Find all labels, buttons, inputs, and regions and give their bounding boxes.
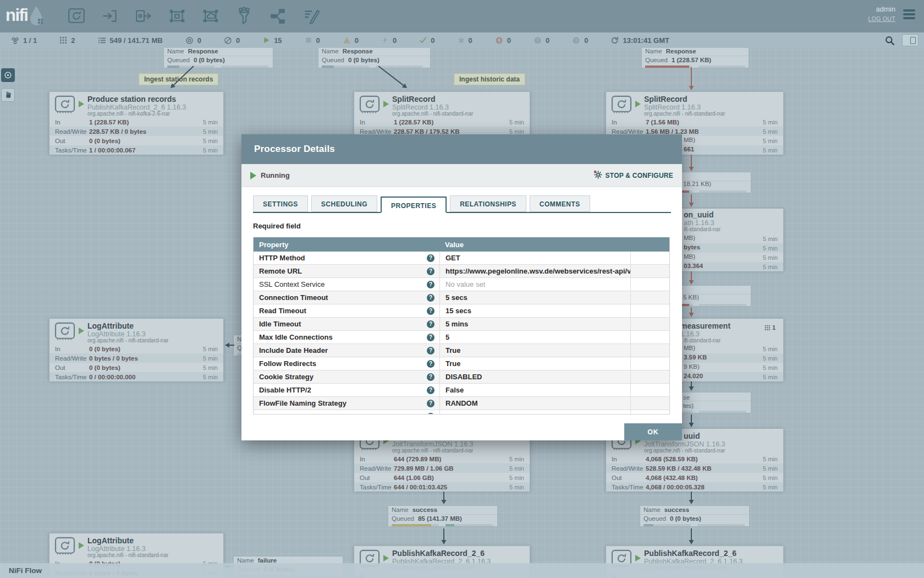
property-name: Include Date Header — [259, 346, 328, 355]
input-port-icon[interactable] — [100, 5, 120, 27]
processor-stat-row: In644 (729.89 MB)5 min — [354, 454, 530, 464]
property-value[interactable]: 15 secs — [446, 307, 471, 315]
ok-button[interactable]: OK — [624, 423, 682, 440]
property-name: HTTP Method — [259, 254, 305, 262]
property-value[interactable]: RANDOM — [446, 399, 478, 407]
output-port-icon[interactable] — [133, 5, 154, 27]
process-group-icon[interactable] — [167, 5, 188, 27]
property-value[interactable]: False — [446, 386, 464, 394]
processor-bundle: org.apache.nifi - nifi-kafka-2-6-nar — [87, 111, 170, 117]
property-value[interactable]: 5 secs — [446, 293, 468, 302]
processor-text-fragment: 661 — [684, 146, 694, 152]
property-value[interactable]: 5 — [446, 333, 449, 341]
help-icon[interactable]: ? — [427, 373, 435, 381]
hand-button[interactable] — [1, 88, 15, 102]
help-icon[interactable]: ? — [427, 281, 435, 288]
property-column-header: Property — [254, 237, 439, 252]
property-row[interactable]: Follow Redirects?True — [254, 357, 669, 370]
property-row[interactable]: Attributes to Send?No value set — [254, 410, 669, 415]
help-icon[interactable]: ? — [427, 360, 435, 368]
gear-icon — [594, 171, 602, 181]
breadcrumb[interactable]: NiFi Flow — [9, 566, 42, 575]
connection-label[interactable]: NamesuccessQueued85 (141.37 MB) — [388, 505, 498, 527]
processor-stat-row: Tasks/Time1 / 00:00:00.0675 min — [50, 145, 223, 155]
processor[interactable]: Produce station recordsPublishKafkaRecor… — [49, 91, 224, 154]
not-transmitting-icon — [224, 36, 232, 45]
help-icon[interactable]: ? — [427, 413, 435, 415]
refresh-icon[interactable] — [610, 36, 619, 45]
help-icon[interactable]: ? — [427, 294, 435, 302]
label-icon[interactable] — [301, 5, 322, 27]
processor-bundle: org.apache.nifi - nifi-standard-nar — [392, 448, 473, 454]
property-row[interactable]: Include Date Header?True — [254, 344, 669, 357]
processor-stat-row: Read/Write528.59 KB / 432.48 KB5 min — [606, 464, 783, 473]
search-icon[interactable] — [885, 36, 894, 45]
processor-type: LogAttribute 1.16.3 — [87, 330, 146, 338]
template-icon[interactable] — [267, 5, 288, 27]
tab-scheduling[interactable]: SCHEDULING — [311, 195, 377, 212]
property-row[interactable]: HTTP Method?GET — [254, 252, 669, 265]
property-row[interactable]: Max Idle Connections?5 — [254, 331, 669, 344]
processor-name: Produce station records — [87, 95, 176, 103]
cluster-icon — [11, 36, 19, 45]
processor-bundle: org.apache.nifi - nifi-standard-nar — [87, 337, 168, 343]
help-icon[interactable]: ? — [427, 386, 435, 394]
help-icon[interactable]: ? — [427, 268, 435, 275]
help-icon[interactable]: ? — [427, 334, 435, 341]
processor[interactable]: LogAttributeLogAttribute 1.16.3org.apach… — [49, 318, 224, 381]
running-icon — [79, 542, 84, 549]
property-row[interactable]: Cookie Strategy?DISABLED — [254, 370, 669, 384]
processor-icon — [359, 95, 381, 116]
help-icon[interactable]: ? — [427, 400, 435, 407]
status-item: 0 — [185, 36, 201, 45]
processor-icon[interactable] — [66, 5, 87, 27]
help-icon[interactable]: ? — [427, 254, 435, 262]
tab-settings[interactable]: SETTINGS — [253, 195, 308, 212]
processor-text-fragment: ath 1.16.3 — [684, 219, 714, 227]
property-row[interactable]: Remote URL?https://www.pegelonline.wsv.d… — [254, 265, 669, 278]
property-row[interactable]: Disable HTTP/2?False — [254, 384, 669, 397]
property-value[interactable]: No value set — [446, 280, 485, 288]
property-name: Follow Redirects — [259, 359, 316, 368]
group-label[interactable]: Ingest station records — [139, 73, 218, 85]
logout-link[interactable]: LOG OUT — [868, 15, 895, 22]
tab-properties[interactable]: PROPERTIES — [381, 197, 447, 213]
processor-text-fragment: 9 KB) — [684, 363, 700, 370]
property-name: Max Idle Connections — [259, 333, 333, 341]
processor-bundle: org.apache.nifi - nifi-standard-nar — [644, 448, 725, 454]
property-value[interactable]: True — [446, 346, 460, 355]
property-value[interactable]: No value set — [446, 412, 485, 415]
target-button[interactable] — [1, 68, 15, 82]
help-icon[interactable]: ? — [427, 320, 435, 328]
property-row[interactable]: FlowFile Naming Strategy?RANDOM — [254, 397, 669, 410]
connection-label[interactable]: NameResponseQueued0 (0 bytes) — [318, 47, 431, 68]
property-value[interactable]: GET — [446, 254, 460, 262]
connection-label[interactable]: NamesuccessQueued0 (0 bytes) — [640, 505, 750, 527]
connection-label[interactable]: NameResponseQueued0 (0 bytes) — [163, 47, 273, 68]
help-icon[interactable]: ? — [427, 347, 435, 355]
tab-comments[interactable]: COMMENTS — [530, 195, 590, 212]
status-item: 549 / 141.71 MB — [98, 36, 163, 45]
property-row[interactable]: SSL Context Service?No value set — [254, 278, 669, 291]
processor-icon — [54, 322, 76, 343]
panel-toggle-button[interactable] — [902, 34, 919, 46]
property-value[interactable]: True — [446, 359, 460, 368]
property-name: Attributes to Send — [259, 412, 316, 415]
stop-configure-button[interactable]: STOP & CONFIGURE — [594, 171, 673, 181]
tab-relationships[interactable]: RELATIONSHIPS — [450, 195, 526, 212]
processor-stat-row: In1 (228.57 KB)5 min — [354, 117, 530, 127]
property-row[interactable]: Idle Timeout?5 mins — [254, 318, 669, 331]
property-value[interactable]: DISABLED — [446, 373, 482, 381]
property-row[interactable]: Read Timeout?15 secs — [254, 304, 669, 318]
global-menu-icon[interactable] — [903, 9, 915, 21]
processor-type: JoltTransformJSON 1.16.3 — [644, 440, 725, 448]
connection-label[interactable]: NameResponseQueued1 (228.57 KB) — [641, 47, 749, 68]
processor-stat-row: Out0 (0 bytes)5 min — [50, 136, 223, 145]
remote-process-group-icon[interactable] — [200, 5, 221, 27]
group-label[interactable]: Ingest historic data — [454, 73, 525, 85]
property-value[interactable]: 5 mins — [446, 320, 468, 328]
property-row[interactable]: Connection Timeout?5 secs — [254, 291, 669, 304]
property-value[interactable]: https://www.pegelonline.wsv.de/webservic… — [446, 267, 630, 275]
funnel-icon[interactable] — [234, 5, 255, 27]
help-icon[interactable]: ? — [427, 307, 435, 315]
